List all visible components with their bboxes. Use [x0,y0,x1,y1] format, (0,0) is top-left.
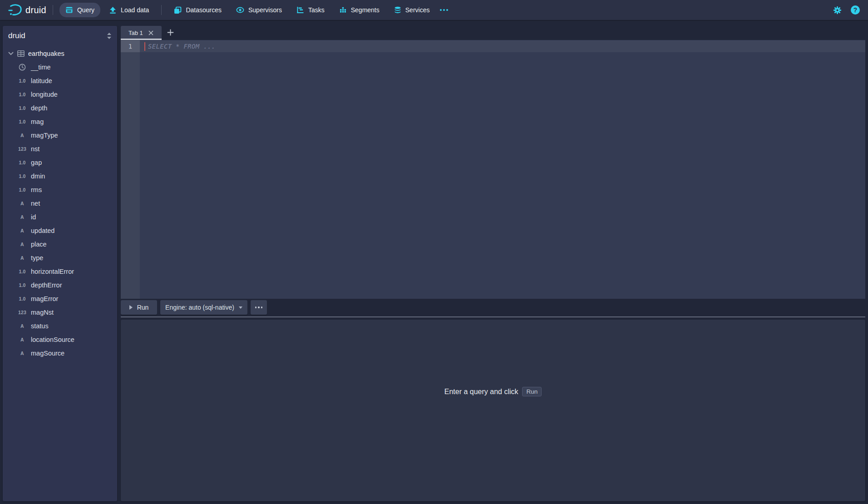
query-icon [65,6,73,14]
nav-item-load-data[interactable]: Load data [103,3,155,17]
nav-item-tasks[interactable]: Tasks [291,3,330,17]
float-column-icon: 1.0 [16,282,28,288]
tab-label: Tab 1 [128,30,143,36]
string-column-icon: A [16,242,28,247]
tree-item-column[interactable]: __time [3,60,117,74]
sql-editor[interactable]: 1 SELECT * FROM ... [121,40,865,299]
string-column-icon: A [16,337,28,342]
nav-item-label: Services [405,6,430,14]
string-column-icon: A [16,214,28,220]
string-column-icon: A [16,201,28,206]
column-label: place [31,241,47,248]
tree-item-column[interactable]: 1.0gap [3,156,117,169]
tree-item-column[interactable]: Aplace [3,237,117,251]
string-column-icon: A [16,351,28,356]
run-toolbar: Run Engine: auto (sql-native) [121,300,267,315]
nav-item-query[interactable]: Query [59,3,100,17]
query-tabs-row: Tab 1 [121,26,174,40]
column-label: longitude [31,91,58,98]
tree-item-column[interactable]: 1.0magError [3,292,117,306]
string-column-icon: A [16,323,28,329]
tree-item-column[interactable]: 123nst [3,142,117,156]
column-label: __time [31,64,51,71]
nav-item-label: Load data [121,6,149,14]
close-x-icon[interactable] [148,30,153,35]
column-label: net [31,200,40,207]
druid-logo-icon [7,2,23,18]
engine-select-button[interactable]: Engine: auto (sql-native) [160,300,247,315]
int-column-icon: 123 [16,146,28,152]
tree-item-column[interactable]: 1.0depthError [3,278,117,292]
tree-item-column[interactable]: 1.0horizontalError [3,265,117,278]
tree-item-column[interactable]: 1.0rms [3,183,117,197]
plus-icon[interactable] [167,29,174,36]
tree-item-column[interactable]: 1.0longitude [3,88,117,101]
engine-label: Engine: auto (sql-native) [165,304,234,311]
nav-item-label: Datasources [186,6,222,14]
column-label: mag [31,118,44,125]
column-label: latitude [31,77,52,84]
tree-item-column[interactable]: AlocationSource [3,333,117,346]
datasource-label: earthquakes [28,50,64,57]
play-icon [129,305,133,310]
line-number: 1 [121,40,140,52]
druid-logo[interactable]: druid [7,2,46,18]
run-button[interactable]: Run [121,300,157,315]
help-glyph: ? [853,6,858,14]
tree-item-column[interactable]: 123magNst [3,306,117,319]
tree-item-column[interactable]: Atype [3,251,117,265]
float-column-icon: 1.0 [16,105,28,111]
tree-item-column[interactable]: Anet [3,197,117,210]
chevron-down-icon[interactable] [8,52,14,55]
horizontal-splitter[interactable] [121,316,865,317]
tree-item-column[interactable]: Astatus [3,319,117,333]
tree-item-column[interactable]: AmagType [3,128,117,142]
column-label: locationSource [31,336,74,343]
brand-wordmark: druid [25,5,46,15]
tree-item-datasource[interactable]: earthquakes [3,47,117,60]
chevron-down-icon [239,306,242,309]
druid-console: { "colors": { "accent_cyan": "#2fd0ed", … [0,0,868,504]
table-icon [17,50,25,57]
load-data-icon [109,6,117,14]
tree-item-column[interactable]: 1.0mag [3,115,117,128]
navbar-more-ellipsis-icon[interactable] [435,9,453,11]
string-column-icon: A [16,228,28,233]
column-label: magError [31,295,58,302]
tab-active[interactable]: Tab 1 [121,26,162,40]
float-column-icon: 1.0 [16,119,28,124]
tree-item-column[interactable]: AmagSource [3,346,117,360]
editor-active-line [121,40,865,52]
tree-item-column[interactable]: 1.0dmin [3,169,117,183]
float-column-icon: 1.0 [16,160,28,165]
tree-item-column[interactable]: Aupdated [3,224,117,237]
float-column-icon: 1.0 [16,269,28,274]
column-label: magSource [31,350,64,357]
sidebar-title: druid [8,31,25,40]
tree-item-column[interactable]: 1.0depth [3,101,117,115]
sidebar-header: druid [3,26,117,46]
nav-item-services[interactable]: Services [388,3,436,17]
double-caret-vertical-icon[interactable] [107,33,112,39]
navbar-divider [161,5,162,15]
tree-item-column[interactable]: Aid [3,210,117,224]
tree-item-column[interactable]: 1.0latitude [3,74,117,88]
help-icon[interactable]: ? [851,5,860,15]
column-label: magType [31,132,58,139]
datasource-sidebar: druid earthquakes__time1.0latitude1.0lon… [3,26,117,501]
nav-item-datasources[interactable]: Datasources [168,3,227,17]
nav-item-segments[interactable]: Segments [333,3,385,17]
int-column-icon: 123 [16,310,28,315]
settings-gear-icon[interactable] [833,6,842,15]
datasource-tree: earthquakes__time1.0latitude1.0longitude… [3,47,117,360]
column-label: depth [31,104,47,112]
query-more-button[interactable] [251,300,267,315]
float-column-icon: 1.0 [16,78,28,84]
results-panel: Enter a query and click Run [121,320,865,501]
datasources-icon [174,6,182,14]
nav-item-supervisors[interactable]: Supervisors [230,3,288,17]
string-column-icon: A [16,255,28,261]
column-label: updated [31,227,54,234]
column-label: nst [31,145,39,153]
column-label: id [31,213,36,221]
